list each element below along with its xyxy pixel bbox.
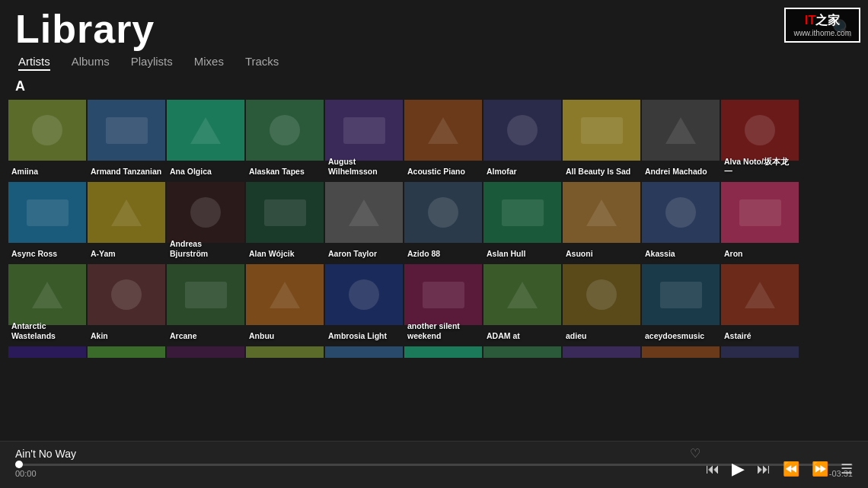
artist-name: A-Yam <box>91 249 162 260</box>
tab-albums[interactable]: Albums <box>72 55 110 71</box>
artist-card[interactable]: Aaron Taylor <box>325 182 403 263</box>
artist-card[interactable]: Andreas Bjurström <box>167 182 244 263</box>
back-button[interactable]: ⏪ <box>783 461 799 477</box>
artist-name: All Beauty Is Sad <box>566 167 637 177</box>
artist-card[interactable]: Aron <box>721 182 799 263</box>
artist-card[interactable]: Async Ross <box>8 182 86 263</box>
next-button[interactable]: ⏭ <box>757 461 771 477</box>
artist-card[interactable]: ai sayuri <box>88 346 165 358</box>
artist-card[interactable]: Arcane <box>167 264 244 345</box>
artist-card[interactable]: anybodyy <box>246 346 324 358</box>
artist-card[interactable]: Amiina <box>8 100 86 180</box>
artist-name: Acoustic Piano <box>407 167 479 177</box>
artist-card[interactable]: Antarctic Wastelands <box>8 264 86 345</box>
artist-card[interactable]: Arrowsmith <box>325 346 403 358</box>
artist-card[interactable]: A-Yam <box>88 182 165 263</box>
artist-card[interactable]: ALI <box>721 346 799 358</box>
artist-card[interactable]: Angelo Laberinto <box>563 346 640 358</box>
artist-card[interactable]: Affe Reidhoff <box>8 346 86 358</box>
artist-card[interactable]: August Wilhelmsson <box>325 100 403 180</box>
artist-name: Alva Noto/坂本龙一 <box>724 157 796 177</box>
artist-name: Akin <box>91 331 162 342</box>
artist-name: Alan Wójcik <box>249 249 321 260</box>
artist-name: aceydoesmusic <box>645 331 716 342</box>
artist-card[interactable]: Astairé <box>721 264 799 345</box>
artist-card[interactable]: Akassia <box>642 182 720 263</box>
now-playing-bar: Ain't No Way ♡ 00:00 -03:31 ⏮ ▶ ⏭ ⏪ ⏩ ☰ <box>0 441 868 488</box>
artist-card[interactable]: A L E X <box>642 346 720 358</box>
artist-name: Amiina <box>11 167 83 177</box>
artist-card[interactable]: Akin <box>88 264 165 345</box>
artist-card[interactable]: Acoustic Piano <box>404 100 482 180</box>
watermark: IT之家 www.ithome.com <box>784 8 860 43</box>
artist-card[interactable]: Anbuu <box>246 264 324 345</box>
artist-name: August Wilhelmsson <box>328 157 400 177</box>
artist-name: Anbuu <box>249 331 321 342</box>
artist-name: Aaron Taylor <box>328 249 400 260</box>
artist-name: Aron <box>724 249 796 260</box>
artist-name: Async Ross <box>11 249 83 260</box>
artist-card[interactable]: another silent weekend <box>404 264 482 345</box>
artist-card[interactable]: Armand Tanzanian <box>88 100 165 180</box>
tab-mixes[interactable]: Mixes <box>194 55 224 71</box>
header: Library 🔍 <box>0 0 868 52</box>
artist-name: Azido 88 <box>407 249 479 260</box>
artist-name: Armand Tanzanian <box>91 167 162 177</box>
artist-card[interactable]: Awesome City Club <box>167 346 244 358</box>
section-label: A <box>0 77 868 99</box>
artist-name: Antarctic Wastelands <box>11 321 83 342</box>
artist-name: Asuoni <box>566 249 637 260</box>
artist-name: Akassia <box>645 249 716 260</box>
artist-name: ADAM at <box>487 331 558 342</box>
heart-icon[interactable]: ♡ <box>690 446 700 461</box>
artist-card[interactable]: Alaskan Tapes <box>246 100 324 180</box>
artist-name: Andreas Bjurström <box>170 239 241 260</box>
tab-tracks[interactable]: Tracks <box>245 55 279 71</box>
menu-button[interactable]: ☰ <box>841 461 853 477</box>
navigation: Artists Albums Playlists Mixes Tracks <box>0 52 868 77</box>
progress-thumb[interactable] <box>15 461 23 468</box>
artist-card[interactable]: aronsmith <box>404 346 482 358</box>
artist-card[interactable]: Azido 88 <box>404 182 482 263</box>
artist-name: Andrei Machado <box>645 167 716 177</box>
play-button[interactable]: ▶ <box>732 459 745 479</box>
artist-name: another silent weekend <box>407 321 479 342</box>
artist-name: Ana Olgica <box>170 167 241 177</box>
artist-card[interactable]: Almofar <box>483 100 561 180</box>
artist-card[interactable]: Asuoni <box>563 182 640 263</box>
prev-button[interactable]: ⏮ <box>706 461 720 477</box>
page-title: Library <box>15 6 155 52</box>
artist-name: adieu <box>566 331 637 342</box>
artist-card[interactable]: Ambrosia Light <box>325 264 403 345</box>
artist-card[interactable]: ADAM at <box>483 264 561 345</box>
artist-name: Aslan Hull <box>487 249 558 260</box>
artist-card[interactable]: Ana Olgica <box>167 100 244 180</box>
artist-card[interactable]: aceydoesmusic <box>642 264 720 345</box>
time-current: 00:00 <box>15 469 37 478</box>
artist-name: Alaskan Tapes <box>249 167 321 177</box>
artist-card[interactable]: All Beauty Is Sad <box>563 100 640 180</box>
tab-artists[interactable]: Artists <box>18 55 50 71</box>
watermark-site: www.ithome.com <box>793 29 851 37</box>
artist-card[interactable]: adieu <box>563 264 640 345</box>
artist-card[interactable]: Alan Wójcik <box>246 182 324 263</box>
artist-grid: AmiinaArmand TanzanianAna OlgicaAlaskan … <box>0 99 868 358</box>
artist-card[interactable]: Aslan Hull <box>483 182 561 263</box>
forward-button[interactable]: ⏩ <box>812 461 828 477</box>
tab-playlists[interactable]: Playlists <box>131 55 173 71</box>
artist-name: Ambrosia Light <box>328 331 400 342</box>
artist-name: Arcane <box>170 331 241 342</box>
artist-name: Astairé <box>724 331 796 342</box>
artist-card[interactable]: Asta Hiroki <box>483 346 561 358</box>
artist-card[interactable]: Andrei Machado <box>642 100 720 180</box>
artist-card[interactable]: Alva Noto/坂本龙一 <box>721 100 799 180</box>
track-title: Ain't No Way <box>15 448 690 460</box>
artist-name: Almofar <box>487 167 558 177</box>
